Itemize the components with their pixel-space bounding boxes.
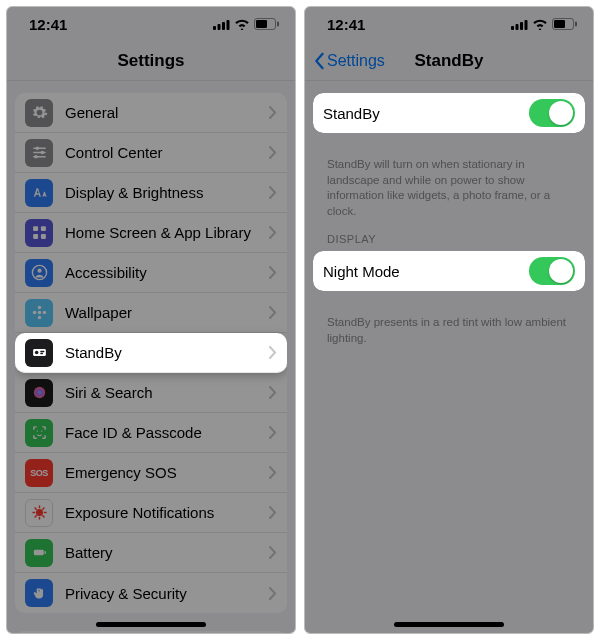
settings-row-face-id-passcode[interactable]: Face ID & Passcode [15, 413, 287, 453]
svg-point-25 [34, 351, 38, 355]
chevron-right-icon [269, 346, 277, 359]
chevron-right-icon [269, 587, 277, 600]
right-phone-standby: 12:41 Settings StandBy StandBy StandBy w… [304, 6, 594, 634]
svg-line-37 [42, 515, 44, 517]
svg-point-19 [37, 311, 41, 315]
standby-row[interactable]: StandBy [313, 93, 585, 133]
back-label: Settings [327, 52, 385, 70]
nav-bar: Settings StandBy [305, 41, 593, 81]
svg-rect-26 [40, 351, 44, 352]
standby-label: StandBy [323, 105, 529, 122]
chevron-right-icon [269, 226, 277, 239]
settings-group-2: App StoreWallet & Apple Pay [15, 631, 287, 633]
svg-rect-47 [520, 22, 523, 30]
svg-rect-15 [33, 234, 38, 239]
standby-content: StandBy StandBy will turn on when statio… [305, 81, 593, 633]
standby-icon [25, 339, 53, 367]
home-indicator [96, 622, 206, 627]
night-mode-footer: StandBy presents in a red tint with low … [313, 309, 585, 346]
chevron-right-icon [269, 146, 277, 159]
flower-icon [25, 299, 53, 327]
settings-row-app-store[interactable]: App Store [15, 631, 287, 633]
svg-point-20 [37, 306, 41, 310]
svg-rect-40 [33, 550, 43, 556]
status-bar: 12:41 [7, 7, 295, 41]
standby-footer: StandBy will turn on when stationary in … [313, 151, 585, 219]
row-label: Exposure Notifications [65, 504, 269, 521]
chevron-right-icon [269, 306, 277, 319]
night-mode-label: Night Mode [323, 263, 529, 280]
left-phone-settings: 12:41 Settings GeneralControl CenterDisp… [6, 6, 296, 634]
row-label: Wallpaper [65, 304, 269, 321]
settings-row-wallpaper[interactable]: Wallpaper [15, 293, 287, 333]
settings-row-standby[interactable]: StandBy [15, 333, 287, 373]
settings-row-siri-search[interactable]: Siri & Search [15, 373, 287, 413]
svg-point-18 [37, 269, 41, 273]
svg-point-23 [42, 311, 46, 315]
home-indicator [394, 622, 504, 627]
standby-toggle[interactable] [529, 99, 575, 127]
settings-row-accessibility[interactable]: Accessibility [15, 253, 287, 293]
settings-group-1: GeneralControl CenterDisplay & Brightnes… [15, 93, 287, 613]
standby-group: StandBy [313, 93, 585, 133]
svg-rect-3 [227, 20, 230, 30]
svg-rect-0 [213, 26, 216, 30]
svg-rect-41 [44, 551, 45, 554]
svg-point-10 [40, 151, 44, 155]
signal-icon [511, 19, 528, 30]
svg-line-38 [34, 515, 36, 517]
row-label: Face ID & Passcode [65, 424, 269, 441]
grid-icon [25, 219, 53, 247]
sliders-icon [25, 139, 53, 167]
settings-row-display-brightness[interactable]: Display & Brightness [15, 173, 287, 213]
battery-icon [552, 18, 577, 30]
svg-rect-13 [33, 226, 38, 231]
row-label: StandBy [65, 344, 269, 361]
row-label: Display & Brightness [65, 184, 269, 201]
page-title: StandBy [415, 51, 484, 71]
settings-row-home-screen-app-library[interactable]: Home Screen & App Library [15, 213, 287, 253]
settings-row-battery[interactable]: Battery [15, 533, 287, 573]
svg-point-22 [32, 311, 36, 315]
row-label: General [65, 104, 269, 121]
settings-row-control-center[interactable]: Control Center [15, 133, 287, 173]
siri-icon [25, 379, 53, 407]
svg-rect-16 [40, 234, 45, 239]
settings-row-emergency-sos[interactable]: SOSEmergency SOS [15, 453, 287, 493]
svg-line-39 [42, 508, 44, 510]
display-header: DISPLAY [313, 219, 585, 251]
row-label: Control Center [65, 144, 269, 161]
sos-icon: SOS [25, 459, 53, 487]
status-time: 12:41 [29, 16, 67, 33]
svg-rect-1 [218, 24, 221, 30]
svg-point-31 [35, 509, 42, 516]
status-bar: 12:41 [305, 7, 593, 41]
svg-rect-6 [277, 22, 279, 27]
settings-row-general[interactable]: General [15, 93, 287, 133]
svg-point-12 [34, 155, 38, 159]
row-label: Home Screen & App Library [65, 224, 269, 241]
svg-point-21 [37, 316, 41, 320]
back-button[interactable]: Settings [313, 41, 385, 80]
night-mode-toggle[interactable] [529, 257, 575, 285]
svg-line-36 [34, 508, 36, 510]
settings-list[interactable]: GeneralControl CenterDisplay & Brightnes… [7, 81, 295, 633]
chevron-right-icon [269, 266, 277, 279]
settings-row-privacy-security[interactable]: Privacy & Security [15, 573, 287, 613]
row-label: Siri & Search [65, 384, 269, 401]
hand-icon [25, 579, 53, 607]
status-time: 12:41 [327, 16, 365, 33]
row-label: Emergency SOS [65, 464, 269, 481]
chevron-right-icon [269, 506, 277, 519]
svg-point-30 [40, 430, 41, 431]
wifi-icon [234, 18, 250, 30]
row-label: Battery [65, 544, 269, 561]
page-title: Settings [117, 51, 184, 71]
chevron-right-icon [269, 106, 277, 119]
chevron-right-icon [269, 466, 277, 479]
settings-row-exposure-notifications[interactable]: Exposure Notifications [15, 493, 287, 533]
night-mode-row[interactable]: Night Mode [313, 251, 585, 291]
chevron-right-icon [269, 386, 277, 399]
svg-rect-27 [40, 353, 43, 354]
svg-rect-5 [256, 20, 267, 28]
